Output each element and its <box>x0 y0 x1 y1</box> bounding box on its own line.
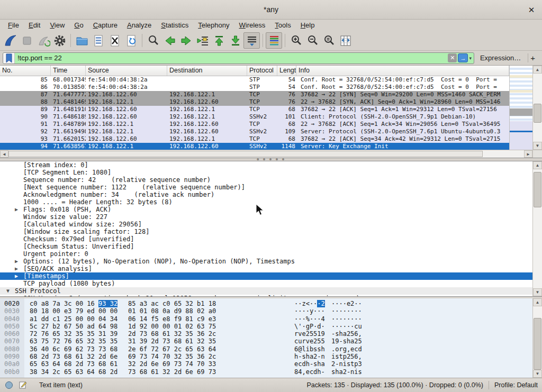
detail-field[interactable]: TCP payload (1080 bytes) <box>0 280 532 287</box>
filter-history-dropdown-icon[interactable]: ▾ <box>468 56 474 61</box>
scroll-up-icon[interactable]: ▲ <box>533 298 542 306</box>
detail-field[interactable]: ▶Options: (12 bytes), No-Operation (NOP)… <box>0 258 532 265</box>
menu-view[interactable]: View <box>45 20 69 30</box>
go-to-packet-icon[interactable] <box>194 32 211 49</box>
packet-row-94[interactable]: 9471.663856741192.168.122.1192.168.122.6… <box>0 143 509 150</box>
scroll-down-icon[interactable]: ▼ <box>533 288 542 296</box>
auto-scroll-icon[interactable] <box>243 32 260 49</box>
filter-bookmark-icon[interactable] <box>3 53 15 63</box>
column-header-no[interactable]: No. <box>0 66 51 76</box>
detail-field[interactable]: Acknowledgment number: 34 (relative ack … <box>0 191 532 198</box>
open-file-icon[interactable] <box>74 32 90 49</box>
packet-row-85[interactable]: 8568.001734936fe:54:00:d4:38:2aSTP54Conf… <box>0 76 509 84</box>
hex-row-00a0[interactable]: 00a065 63 64 68 2d 73 68 6132 2d 6e 69 7… <box>0 360 532 368</box>
scroll-down-icon[interactable]: ▼ <box>533 142 542 150</box>
detail-field[interactable]: ▶[Timestamps] <box>0 272 532 280</box>
details-vertical-scrollbar[interactable]: ▲ ▼ <box>532 161 542 296</box>
detail-field[interactable]: Sequence number: 42 (relative sequence n… <box>0 176 532 184</box>
hex-row-0050[interactable]: 00505c 27 b2 67 50 ad 64 981d 92 00 00 0… <box>0 323 532 330</box>
go-forward-icon[interactable] <box>178 32 194 49</box>
go-first-icon[interactable] <box>211 32 227 49</box>
packet-list-vertical-scrollbar[interactable]: ▲ ▼ <box>532 66 542 150</box>
menu-tools[interactable]: Tools <box>270 20 295 30</box>
save-file-icon[interactable] <box>90 32 106 49</box>
hex-row-0040[interactable]: 0040a1 dd c1 25 00 00 04 3406 14 f5 e8 f… <box>0 315 532 323</box>
expert-info-icon[interactable] <box>4 380 14 390</box>
column-header-source[interactable]: Source <box>86 66 167 76</box>
find-packet-icon[interactable] <box>145 32 161 49</box>
capture-comment-icon[interactable] <box>18 380 28 390</box>
restart-capture-icon[interactable] <box>35 32 51 49</box>
hex-row-0080[interactable]: 008036 40 6c 69 62 73 73 682e 6f 72 67 2… <box>0 345 532 353</box>
menu-wireless[interactable]: Wireless <box>234 20 270 30</box>
packet-row-93[interactable]: 9371.662015274192.168.122.60192.168.122.… <box>0 135 509 143</box>
close-file-icon[interactable] <box>106 32 123 49</box>
reload-file-icon[interactable] <box>123 32 139 49</box>
bytes-vertical-scrollbar[interactable]: ▲ ▼ <box>532 298 542 378</box>
detail-field[interactable]: ▶Flags: 0x018 (PSH, ACK) <box>0 206 532 213</box>
hex-row-0020[interactable]: 0020c0 a8 7a 3c 00 16 93 3285 a3 ac c0 6… <box>0 300 532 307</box>
scroll-up-icon[interactable]: ▲ <box>533 66 542 74</box>
expression-button[interactable]: Expression… <box>477 54 524 62</box>
packet-list-horizontal-scrollbar[interactable]: ◀ ▶ <box>0 150 542 158</box>
hex-row-0070[interactable]: 007063 75 72 76 65 32 35 3531 39 2d 73 6… <box>0 338 532 345</box>
detail-field[interactable]: ▶[SEQ/ACK analysis] <box>0 265 532 272</box>
packet-row-87[interactable]: 8771.647777234192.168.122.60192.168.122.… <box>0 91 509 98</box>
scroll-left-icon[interactable]: ◀ <box>0 150 8 158</box>
collapsed-icon[interactable]: ▶ <box>15 206 18 213</box>
column-header-destination[interactable]: Destination <box>167 66 247 76</box>
menu-edit[interactable]: Edit <box>24 20 45 30</box>
packet-row-91[interactable]: 9171.648789678192.168.122.1192.168.122.6… <box>0 121 509 128</box>
hex-row-0090[interactable]: 009068 2d 73 68 61 32 2d 6e69 73 74 70 3… <box>0 353 532 360</box>
detail-field[interactable]: [Stream index: 0] <box>0 161 532 169</box>
menu-analyze[interactable]: Analyze <box>122 20 156 30</box>
collapsed-icon[interactable]: ▶ <box>15 258 18 265</box>
packet-row-89[interactable]: 8971.648191037192.168.122.60192.168.122.… <box>0 106 509 113</box>
packet-list-minimap[interactable] <box>509 66 532 150</box>
menu-statistics[interactable]: Statistics <box>156 20 193 30</box>
detail-field[interactable]: Urgent pointer: 0 <box>0 250 532 258</box>
detail-field[interactable]: Window size value: 227 <box>0 213 532 221</box>
column-header-time[interactable]: Time <box>51 66 86 76</box>
go-last-icon[interactable] <box>227 32 243 49</box>
start-capture-icon[interactable] <box>2 32 19 49</box>
hex-row-0060[interactable]: 006072 76 65 32 35 35 31 392d 73 68 61 3… <box>0 330 532 338</box>
packet-row-92[interactable]: 9271.661949820192.168.122.1192.168.122.6… <box>0 128 509 135</box>
menu-telephony[interactable]: Telephony <box>193 20 234 30</box>
resize-columns-icon[interactable] <box>337 32 354 49</box>
column-header-length[interactable]: Length <box>277 66 296 76</box>
capture-options-icon[interactable] <box>51 32 68 49</box>
detail-field[interactable]: 1000 .... = Header Length: 32 bytes (8) <box>0 198 532 206</box>
filter-apply-button[interactable]: → <box>458 53 468 62</box>
packet-list-header[interactable]: No.TimeSourceDestinationProtocolLengthIn… <box>0 66 509 76</box>
hex-row-0030[interactable]: 003080 18 00 e3 79 ed 00 0001 01 08 0a d… <box>0 307 532 315</box>
detail-field[interactable]: [Window size scaling factor: 128] <box>0 228 532 235</box>
stop-capture-icon[interactable] <box>19 32 35 49</box>
detail-field[interactable]: [Checksum Status: Unverified] <box>0 243 532 250</box>
expanded-icon[interactable]: ▼ <box>6 287 10 295</box>
menu-help[interactable]: Help <box>296 20 320 30</box>
zoom-in-icon[interactable] <box>288 32 304 49</box>
packet-row-90[interactable]: 9071.648618924192.168.122.60192.168.122.… <box>0 113 509 121</box>
zoom-normal-icon[interactable] <box>321 32 337 49</box>
detail-field[interactable]: [Calculated window size: 29056] <box>0 221 532 228</box>
detail-field[interactable]: ▼SSH Protocol <box>0 287 532 295</box>
collapsed-icon[interactable]: ▶ <box>15 272 18 280</box>
display-filter-input[interactable]: !tcp.port == 22 ✕ → ▾ <box>3 52 474 64</box>
menu-file[interactable]: File <box>3 20 24 30</box>
hex-row-00b0[interactable]: 00b038 34 2c 65 63 64 68 2d73 68 61 32 2… <box>0 368 532 376</box>
go-back-icon[interactable] <box>161 32 178 49</box>
scroll-right-icon[interactable]: ▶ <box>524 150 532 158</box>
hex-dump[interactable]: 0020c0 a8 7a 3c 00 16 93 3285 a3 ac c0 6… <box>0 298 532 378</box>
packet-row-88[interactable]: 8871.648146932192.168.122.1192.168.122.6… <box>0 98 509 106</box>
column-header-protocol[interactable]: Protocol <box>247 66 277 76</box>
detail-field[interactable]: [Next sequence number: 1122 (relative se… <box>0 184 532 191</box>
detail-field[interactable]: Checksum: 0x79ed [unverified] <box>0 235 532 243</box>
column-header-info[interactable]: Info <box>296 66 509 76</box>
menu-capture[interactable]: Capture <box>88 20 122 30</box>
scroll-up-icon[interactable]: ▲ <box>533 161 542 169</box>
colorize-packets-icon[interactable] <box>266 32 282 49</box>
zoom-out-icon[interactable] <box>304 32 321 49</box>
packet-row-86[interactable]: 8670.013850163fe:54:00:d4:38:2aSTP54Conf… <box>0 84 509 91</box>
profile-status[interactable]: Profile: Default <box>494 381 538 389</box>
